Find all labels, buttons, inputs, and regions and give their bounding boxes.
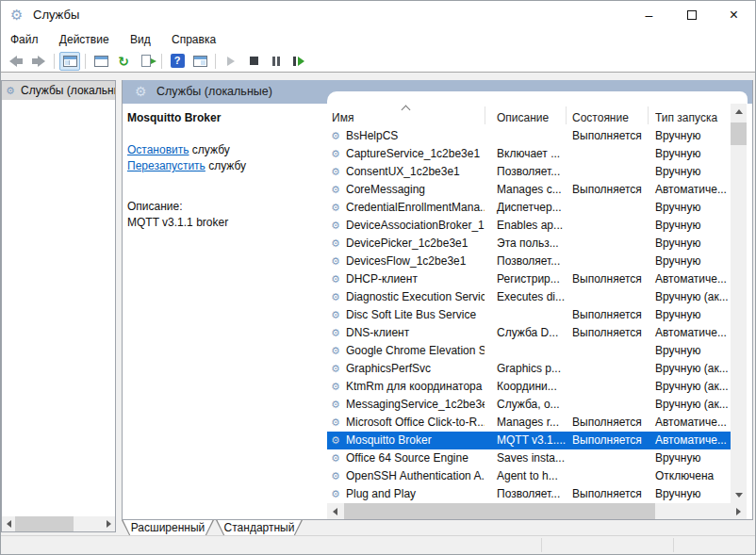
- service-description: Включает ...: [485, 145, 566, 163]
- table-row[interactable]: ⚙BsHelpCSВыполняетсяВручную: [327, 127, 731, 145]
- table-row[interactable]: ⚙Microsoft Office Click-to-R...Manages r…: [327, 414, 731, 432]
- service-startup-type: Вручную (ак...: [648, 396, 731, 414]
- properties-button[interactable]: [90, 52, 111, 71]
- service-status: [566, 145, 648, 163]
- show-console-tree-button[interactable]: [59, 52, 80, 71]
- service-description: Диспетчер...: [485, 199, 566, 217]
- pause-service-button[interactable]: [266, 52, 287, 71]
- scroll-right-arrow[interactable]: [102, 516, 115, 531]
- service-startup-type: Вручную (ак...: [648, 378, 731, 396]
- restart-service-suffix: службу: [205, 159, 246, 172]
- service-name: KtmRm для координатора ...: [346, 380, 485, 393]
- service-name: ConsentUX_1c2be3e1: [346, 165, 460, 178]
- table-row[interactable]: ⚙Disc Soft Lite Bus ServiceВыполняетсяВр…: [327, 306, 731, 324]
- tree-horizontal-scrollbar[interactable]: [2, 516, 115, 531]
- restart-service-link[interactable]: Перезапустить: [127, 159, 205, 172]
- service-name-cell: ⚙DevicesFlow_1c2be3e1: [327, 253, 485, 270]
- column-divider[interactable]: [485, 106, 485, 124]
- export-list-button[interactable]: [136, 52, 156, 71]
- column-header-description[interactable]: Описание: [497, 104, 565, 127]
- column-divider[interactable]: [566, 106, 567, 124]
- service-gear-icon: ⚙: [331, 127, 340, 145]
- service-name-cell: ⚙CaptureService_1c2be3e1: [327, 145, 485, 163]
- service-gear-icon: ⚙: [331, 270, 340, 288]
- table-row[interactable]: ⚙DevicesFlow_1c2be3e1Позволяет...Вручную: [327, 253, 731, 270]
- table-row[interactable]: ⚙GraphicsPerfSvcGraphics p...Вручную (ак…: [327, 360, 731, 378]
- table-row[interactable]: ⚙ConsentUX_1c2be3e1Позволяет...Вручную: [327, 163, 731, 181]
- service-name-cell: ⚙Diagnostic Execution Service: [327, 288, 485, 306]
- service-name: Plug and Play: [346, 487, 416, 500]
- service-name-cell: ⚙Mosquitto Broker: [327, 432, 485, 449]
- menu-help[interactable]: Справка: [163, 29, 224, 50]
- scrollbar-thumb[interactable]: [15, 516, 74, 531]
- table-row[interactable]: ⚙CoreMessagingManages c...ВыполняетсяАвт…: [327, 181, 731, 199]
- show-action-pane-button[interactable]: [189, 52, 210, 71]
- service-name-cell: ⚙DHCP-клиент: [327, 270, 485, 288]
- table-row[interactable]: ⚙Google Chrome Elevation S...Вручную: [327, 342, 731, 360]
- description-label: Описание:: [127, 199, 322, 215]
- start-service-button[interactable]: [221, 52, 241, 71]
- service-gear-icon: ⚙: [331, 253, 340, 270]
- services-app-icon: ⚙: [10, 7, 23, 24]
- table-row[interactable]: ⚙DHCP-клиентРегистрир...ВыполняетсяАвтом…: [327, 270, 731, 288]
- refresh-button[interactable]: ↻: [113, 52, 134, 71]
- service-status: [566, 360, 648, 378]
- table-row[interactable]: ⚙MessagingService_1c2be3e1Служба, о...Вр…: [327, 396, 731, 414]
- service-description: Регистрир...: [485, 270, 566, 288]
- table-row[interactable]: ⚙Plug and PlayПозволяет...ВыполняетсяВру…: [327, 485, 731, 503]
- panel-title: Службы (локальные): [156, 80, 272, 104]
- column-header-startup-type[interactable]: Тип запуска: [655, 104, 732, 127]
- service-name: BsHelpCS: [346, 129, 398, 142]
- list-horizontal-scrollbar[interactable]: [327, 503, 747, 519]
- column-divider[interactable]: [648, 106, 649, 124]
- service-startup-type: Вручную: [648, 145, 731, 163]
- tree-item-services-local[interactable]: ⚙Службы (локальные): [2, 81, 115, 100]
- help-button[interactable]: ?: [167, 52, 188, 71]
- table-row[interactable]: ⚙Diagnostic Execution ServiceExecutes di…: [327, 288, 731, 306]
- restart-service-line: Перезапустить службу: [127, 158, 322, 174]
- forward-button[interactable]: [28, 52, 49, 71]
- service-description: Координи...: [485, 378, 566, 396]
- scroll-up-arrow[interactable]: [731, 104, 747, 120]
- menu-view[interactable]: Вид: [122, 29, 159, 50]
- table-row[interactable]: ⚙OpenSSH Authentication A...Agent to h..…: [327, 467, 731, 485]
- stop-service-link[interactable]: Остановить: [127, 143, 189, 156]
- table-row[interactable]: ⚙Mosquitto BrokerMQTT v3.1....Выполняетс…: [327, 432, 731, 449]
- maximize-button[interactable]: [670, 1, 713, 29]
- minimize-button[interactable]: –: [628, 1, 670, 29]
- table-row[interactable]: ⚙CredentialEnrollmentMana...Диспетчер...…: [327, 199, 731, 217]
- scrollbar-thumb[interactable]: [344, 503, 655, 519]
- list-vertical-scrollbar[interactable]: [731, 104, 747, 503]
- menu-file[interactable]: Файл: [2, 29, 47, 50]
- service-description: [485, 342, 566, 360]
- menu-action[interactable]: Действие: [51, 29, 118, 50]
- restart-service-button[interactable]: [288, 52, 309, 71]
- service-name-cell: ⚙Plug and Play: [327, 485, 485, 503]
- service-gear-icon: ⚙: [331, 467, 340, 485]
- service-gear-icon: ⚙: [331, 432, 340, 449]
- status-bar-divider: [673, 538, 674, 552]
- service-name: Google Chrome Elevation S...: [346, 344, 485, 357]
- back-button[interactable]: [6, 52, 26, 71]
- scroll-left-arrow[interactable]: [2, 516, 15, 531]
- scroll-right-arrow[interactable]: [731, 503, 747, 519]
- service-name-cell: ⚙Google Chrome Elevation S...: [327, 342, 485, 360]
- service-status: [566, 288, 648, 306]
- service-name: GraphicsPerfSvc: [346, 362, 431, 375]
- table-row[interactable]: ⚙KtmRm для координатора ...Координи...Вр…: [327, 378, 731, 396]
- service-gear-icon: ⚙: [331, 235, 340, 253]
- table-row[interactable]: ⚙DeviceAssociationBroker_1c...Enables ap…: [327, 217, 731, 235]
- stop-service-button[interactable]: [243, 52, 264, 71]
- table-row[interactable]: ⚙CaptureService_1c2be3e1Включает ...Вруч…: [327, 145, 731, 163]
- close-button[interactable]: ×: [713, 1, 755, 29]
- table-row[interactable]: ⚙DevicePicker_1c2be3e1Эта польз...Вручну…: [327, 235, 731, 253]
- scroll-left-arrow[interactable]: [327, 503, 343, 519]
- description-text: MQTT v3.1.1 broker: [127, 215, 322, 231]
- column-header-status[interactable]: Состояние: [572, 104, 646, 127]
- service-description: MQTT v3.1....: [485, 432, 566, 449]
- table-row[interactable]: ⚙DNS-клиентСлужба D...ВыполняетсяАвтомат…: [327, 324, 731, 342]
- service-gear-icon: ⚙: [331, 306, 340, 324]
- table-row[interactable]: ⚙Office 64 Source EngineSaves insta...Вр…: [327, 449, 731, 467]
- scrollbar-thumb[interactable]: [731, 122, 747, 145]
- scroll-down-arrow[interactable]: [731, 487, 747, 503]
